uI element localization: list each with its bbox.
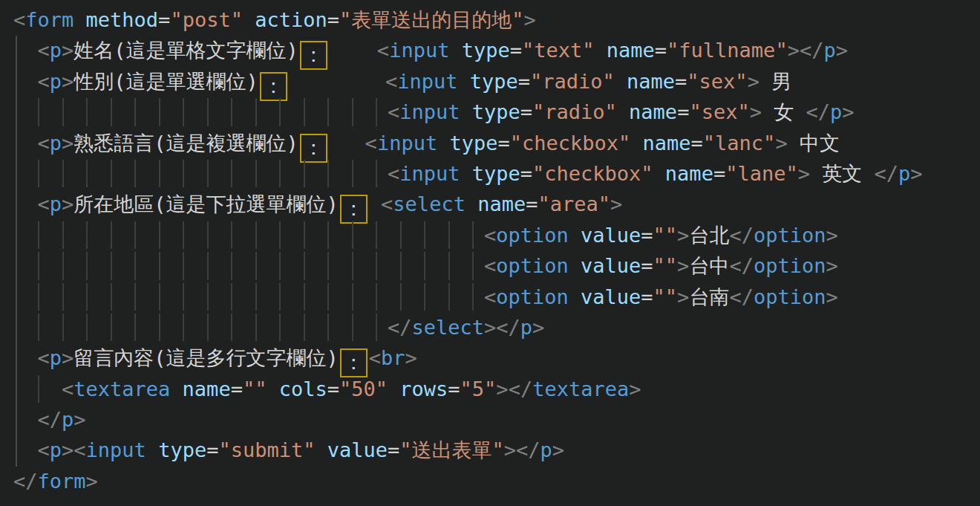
- indent-guide: [279, 283, 281, 311]
- indent-guide: [38, 98, 39, 126]
- code-token-tag-name: p: [50, 39, 62, 62]
- code-token-tag-name: form: [38, 470, 86, 493]
- indent-guide: [376, 252, 377, 279]
- code-line-7[interactable]: <p>所在地區(這是下拉選單欄位)： <select name="area">: [0, 189, 980, 219]
- code-token-plain-text: [329, 39, 377, 62]
- code-line-11[interactable]: </select></p>: [0, 312, 980, 343]
- code-token-punctuation: >: [405, 346, 417, 369]
- code-line-13[interactable]: <textarea name="" cols="50" rows="5"></t…: [0, 374, 980, 404]
- code-token-punctuation: >: [62, 70, 74, 93]
- code-token-tag-name: form: [25, 8, 74, 31]
- code-token-attribute-name: method: [86, 8, 159, 31]
- indent-guide: [207, 98, 209, 126]
- code-line-8[interactable]: <option value="">台北</option>: [0, 220, 980, 250]
- code-token-tag-name: input: [86, 438, 146, 461]
- code-token-punctuation: <: [365, 132, 377, 155]
- indent-guide: [231, 160, 232, 187]
- leading-whitespace: [13, 285, 484, 308]
- code-token-string: "radio": [530, 70, 615, 93]
- code-line-6[interactable]: <input type="checkbox" name="lane"> 英文 <…: [0, 158, 980, 189]
- code-token-string: "lanc": [703, 132, 776, 155]
- code-token-plain-text: 台南: [689, 285, 729, 308]
- indent-guide: [424, 283, 425, 311]
- code-area[interactable]: <form method="post" action="表單送出的目的地"> <…: [0, 4, 980, 496]
- code-token-plain-text: [74, 8, 85, 31]
- code-token-tag-name: select: [393, 192, 466, 215]
- code-token-plain-text: [457, 70, 469, 93]
- code-token-plain-text: [388, 377, 399, 400]
- code-line-1[interactable]: <form method="post" action="表單送出的目的地">: [0, 4, 980, 35]
- code-token-punctuation: >: [496, 377, 508, 400]
- code-line-16[interactable]: </form>: [0, 466, 980, 496]
- code-token-punctuation: <: [62, 377, 74, 400]
- code-line-10[interactable]: <option value="">台南</option>: [0, 282, 980, 312]
- code-token-punctuation: >: [748, 70, 760, 93]
- vscode-editor-pane[interactable]: <form method="post" action="表單送出的目的地"> <…: [0, 0, 980, 506]
- code-token-equals-sign: =: [677, 100, 689, 123]
- code-token-attribute-name: rows: [399, 377, 448, 400]
- indent-guide: [424, 221, 425, 249]
- code-token-punctuation: </: [806, 100, 830, 123]
- indent-guide: [183, 314, 184, 341]
- code-token-equals-sign: =: [448, 377, 460, 400]
- code-line-2[interactable]: <p>姓名(這是單格文字欄位)： <input type="text" name…: [0, 35, 980, 65]
- code-line-9[interactable]: <option value="">台中</option>: [0, 250, 980, 281]
- code-line-12[interactable]: <p>留言內容(這是多行文字欄位)：<br>: [0, 343, 980, 373]
- code-token-equals-sign: =: [388, 438, 399, 461]
- indent-guide: [255, 221, 257, 249]
- code-token-string: "": [243, 377, 267, 400]
- indent-guide: [327, 160, 329, 187]
- code-token-plain-text: [615, 70, 627, 93]
- code-token-punctuation: </: [509, 377, 533, 400]
- code-token-tag-name: select: [411, 316, 484, 339]
- code-line-4[interactable]: <input type="radio" name="sex"> 女 </p>: [0, 97, 980, 127]
- code-token-punctuation: <: [38, 438, 50, 461]
- indent-guide: [376, 98, 377, 126]
- code-line-15[interactable]: <p><input type="submit" value="送出表單"></p…: [0, 435, 980, 465]
- code-token-tag-name: input: [399, 100, 460, 123]
- indent-guide: [255, 98, 257, 126]
- code-token-punctuation: >: [842, 100, 854, 123]
- code-token-punctuation: </: [729, 224, 754, 247]
- code-token-plain-text: 中文: [788, 132, 840, 155]
- code-token-punctuation: </: [38, 408, 62, 431]
- code-token-plain-text: 男: [760, 70, 791, 93]
- code-token-plain-text: [460, 162, 471, 185]
- code-token-equals-sign: =: [526, 192, 538, 215]
- code-token-attribute-name: type: [462, 39, 510, 62]
- code-token-plain-text: [466, 192, 477, 215]
- code-token-plain-text: [437, 132, 449, 155]
- code-token-tag-name: p: [520, 316, 532, 339]
- indent-guide: [327, 252, 329, 279]
- code-line-3[interactable]: <p>性別(這是單選欄位)： <input type="radio" name=…: [0, 66, 980, 97]
- code-token-tag-name: br: [381, 346, 405, 369]
- code-token-attribute-name: name: [629, 100, 677, 123]
- indent-guide: [134, 98, 136, 126]
- code-token-attribute-name: name: [477, 192, 526, 215]
- indent-guide: [304, 160, 305, 187]
- code-line-14[interactable]: </p>: [0, 404, 980, 435]
- code-token-attribute-name: type: [472, 100, 520, 123]
- code-token-tag-name: textarea: [532, 377, 629, 400]
- code-token-tag-name: option: [496, 285, 569, 308]
- indent-guide: [279, 98, 281, 126]
- code-token-plain-text: [329, 132, 365, 155]
- leading-whitespace: [13, 438, 38, 461]
- indent-guide: [86, 160, 88, 187]
- code-token-punctuation: </: [729, 285, 754, 308]
- code-token-string: "post": [170, 8, 243, 31]
- indent-guide: [62, 283, 64, 311]
- code-token-tag-name: p: [62, 408, 74, 431]
- leading-whitespace: [13, 192, 38, 215]
- indent-guide: [62, 98, 64, 126]
- code-token-punctuation: <: [385, 70, 397, 93]
- code-line-5[interactable]: <p>熟悉語言(這是複選欄位)： <input type="checkbox" …: [0, 128, 980, 158]
- indent-guide: [472, 283, 474, 311]
- code-token-punctuation: >: [532, 316, 544, 339]
- code-token-punctuation: >: [74, 408, 85, 431]
- indent-guide: [38, 283, 39, 311]
- indent-guide: [111, 98, 112, 126]
- code-token-plain-text: [569, 285, 581, 308]
- leading-whitespace: [13, 132, 38, 155]
- code-token-punctuation: >: [484, 316, 496, 339]
